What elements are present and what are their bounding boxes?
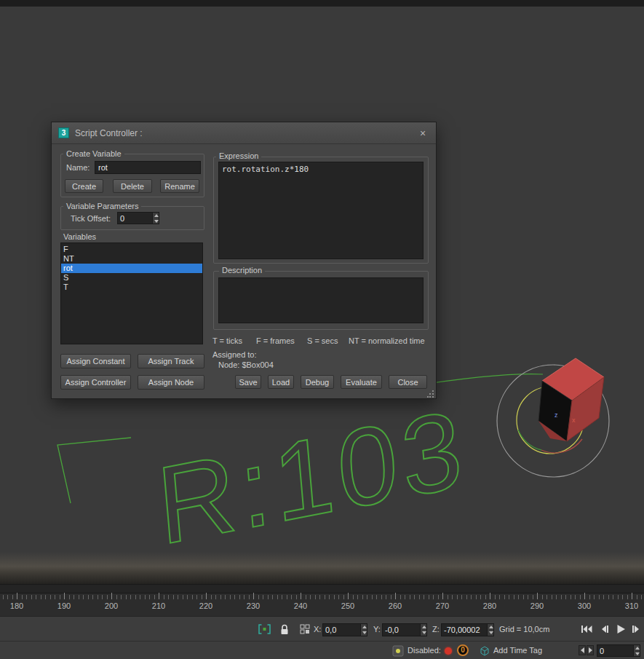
rename-button[interactable]: Rename — [160, 179, 199, 193]
timeline-tick — [571, 595, 571, 599]
spinner-down-icon[interactable] — [421, 630, 426, 636]
dialog-title-bar[interactable]: 3 Script Controller : — [52, 122, 436, 144]
variable-list-item[interactable]: NT — [61, 254, 202, 264]
add-time-tag-label[interactable]: Add Time Tag — [493, 646, 542, 655]
absolute-offset-mode-button[interactable] — [296, 622, 313, 636]
timeline-tick — [319, 595, 320, 599]
cube-icon — [479, 645, 490, 656]
timeline-tick — [130, 595, 131, 599]
previous-frame-button[interactable] — [599, 623, 611, 636]
timeline-tick — [272, 595, 273, 599]
tick-offset-input[interactable] — [118, 213, 152, 224]
timeline-tick — [367, 595, 367, 599]
frame-number-spinner[interactable] — [597, 644, 640, 657]
axis-z-label: z — [554, 411, 558, 419]
spinner-down-icon[interactable] — [488, 630, 493, 636]
spinner-up-icon[interactable] — [153, 213, 159, 218]
y-spinner-arrows[interactable] — [420, 624, 426, 636]
spinner-up-icon[interactable] — [488, 624, 493, 630]
frame-spinner-arrows[interactable] — [633, 645, 640, 656]
variable-list-item[interactable]: F — [61, 245, 202, 254]
x-spinner-arrows[interactable] — [360, 624, 367, 636]
create-button[interactable]: Create — [65, 179, 103, 193]
spinner-down-icon[interactable] — [634, 651, 640, 657]
y-coordinate-input[interactable] — [383, 624, 420, 636]
timeline-ruler[interactable]: 1801902002102202302402502602702802903003… — [0, 584, 644, 616]
selection-lock-button[interactable] — [277, 622, 292, 636]
timeline-tick — [419, 595, 420, 599]
x-coordinate-input[interactable] — [323, 624, 360, 636]
expression-textarea[interactable]: rot.rotation.z*180 — [218, 162, 424, 259]
description-textarea[interactable] — [218, 277, 424, 323]
timeline-tick — [225, 595, 226, 599]
variable-list-item[interactable]: rot — [61, 264, 202, 273]
timeline-tick — [584, 593, 585, 599]
timeline-tick — [291, 595, 292, 599]
evaluate-button[interactable]: Evaluate — [341, 375, 382, 389]
assign-track-button[interactable]: Assign Track — [138, 354, 204, 368]
timeline-tick — [83, 595, 84, 599]
timeline-label: 200 — [105, 601, 118, 610]
close-button[interactable]: × — [417, 127, 429, 139]
timeline-label: 210 — [152, 601, 165, 610]
timeline-label: 220 — [199, 601, 212, 610]
timeline-tick — [102, 595, 103, 599]
timeline-tick — [31, 595, 32, 599]
step-back-button[interactable] — [579, 645, 586, 655]
z-coordinate-spinner[interactable] — [441, 623, 494, 636]
expression-group-label: Expression — [216, 151, 261, 160]
variable-list-item[interactable]: T — [61, 283, 202, 292]
listener-status-button[interactable] — [391, 644, 404, 657]
timeline-tick — [485, 595, 486, 599]
step-forward-button[interactable] — [587, 645, 594, 655]
go-to-start-button[interactable] — [580, 623, 593, 636]
x-coordinate-spinner[interactable] — [322, 623, 367, 636]
timeline-tick — [64, 593, 65, 599]
timeline-tick — [523, 595, 524, 599]
variables-listbox[interactable]: FNTrotST — [60, 242, 203, 344]
variable-list-item[interactable]: S — [61, 273, 202, 283]
timeline-tick — [92, 595, 93, 599]
next-frame-button[interactable] — [630, 623, 642, 636]
tick-offset-spinner[interactable] — [117, 212, 159, 224]
timeline-tick — [594, 595, 595, 599]
timeline-tick — [88, 595, 89, 599]
z-coordinate-input[interactable] — [442, 624, 487, 636]
box-object[interactable]: z x — [538, 358, 604, 441]
z-spinner-arrows[interactable] — [487, 624, 493, 636]
spinner-up-icon[interactable] — [421, 624, 426, 630]
load-button[interactable]: Load — [268, 375, 294, 389]
time-tag-cube-button[interactable] — [478, 644, 490, 657]
play-button[interactable] — [613, 622, 628, 636]
assigned-node-label: Node: $Box004 — [218, 360, 274, 369]
resize-grip[interactable] — [427, 390, 434, 398]
debug-button[interactable]: Debug — [301, 375, 334, 389]
timeline-tick — [599, 595, 600, 599]
assign-node-button[interactable]: Assign Node — [138, 375, 204, 390]
timeline-tick — [164, 595, 164, 599]
legend-normalized-time: NT = normalized time — [349, 336, 425, 345]
timeline-tick — [504, 595, 505, 599]
timeline-tick — [249, 595, 250, 599]
spinner-up-icon[interactable] — [634, 645, 640, 651]
spinner-down-icon[interactable] — [361, 630, 367, 636]
frame-number-input[interactable] — [597, 645, 633, 656]
circle-zero-badge[interactable]: 0 — [457, 644, 469, 656]
tick-offset-label: Tick Offset: — [71, 214, 111, 223]
spinner-up-icon[interactable] — [361, 624, 367, 630]
save-button[interactable]: Save — [235, 375, 261, 389]
isolate-selection-button[interactable] — [256, 622, 273, 636]
assign-controller-button[interactable]: Assign Controller — [60, 375, 131, 390]
x-coordinate-label: X: — [314, 625, 321, 634]
assign-constant-button[interactable]: Assign Constant — [60, 354, 131, 368]
tick-offset-arrows[interactable] — [152, 213, 159, 224]
close-dialog-button[interactable]: Close — [389, 375, 427, 389]
track-bar-strip[interactable] — [0, 585, 644, 593]
y-coordinate-spinner[interactable] — [382, 623, 427, 636]
spinner-down-icon[interactable] — [153, 218, 159, 224]
delete-button[interactable]: Delete — [113, 179, 152, 193]
timeline-tick — [45, 595, 46, 599]
name-input[interactable] — [95, 161, 201, 174]
timeline-tick — [60, 595, 60, 599]
timeline-tick — [230, 595, 231, 599]
